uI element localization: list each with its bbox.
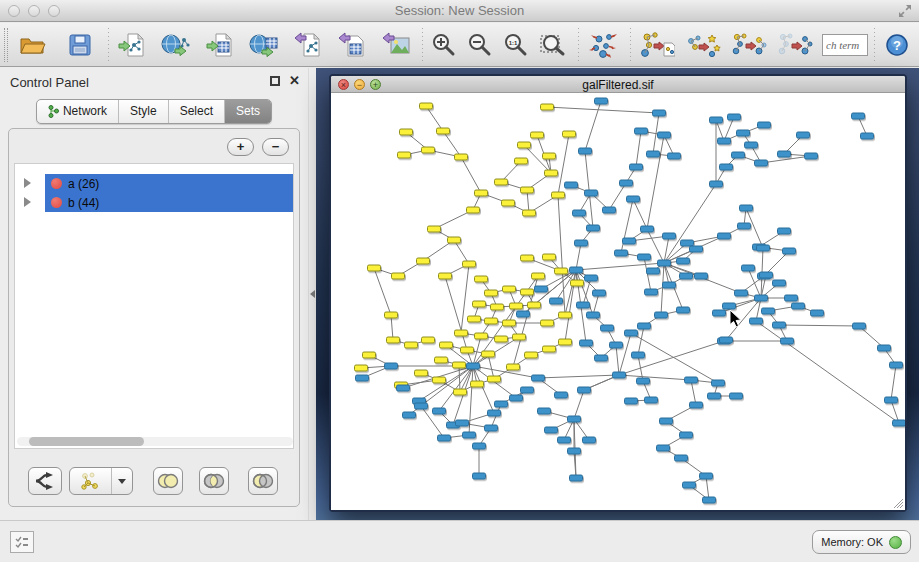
search-input[interactable] [822, 34, 868, 56]
graph-node[interactable] [555, 268, 568, 274]
graph-node[interactable] [647, 151, 660, 157]
graph-node[interactable] [755, 295, 768, 301]
graph-node[interactable] [491, 304, 504, 310]
create-set-from-network-button[interactable] [69, 467, 133, 495]
split-sets-button[interactable] [28, 467, 62, 495]
graph-node[interactable] [535, 286, 548, 292]
graph-node[interactable] [680, 432, 693, 438]
graph-node[interactable] [690, 402, 703, 408]
graph-node[interactable] [495, 179, 508, 185]
dropdown-arrow[interactable] [111, 468, 131, 494]
graph-node[interactable] [531, 132, 544, 138]
graph-node[interactable] [455, 330, 468, 336]
graph-node[interactable] [510, 303, 523, 309]
graph-node[interactable] [448, 237, 461, 243]
graph-node[interactable] [521, 255, 534, 261]
graph-node[interactable] [755, 160, 768, 166]
save-session-button[interactable] [62, 26, 98, 64]
graph-node[interactable] [475, 276, 488, 282]
import-table-web-button[interactable] [246, 26, 282, 64]
graph-node[interactable] [625, 330, 638, 336]
graph-node[interactable] [392, 273, 405, 279]
graph-node[interactable] [471, 381, 484, 387]
graph-node[interactable] [453, 362, 466, 368]
graph-node[interactable] [568, 416, 581, 422]
graph-node[interactable] [422, 147, 435, 153]
graph-node[interactable] [703, 497, 716, 503]
graph-node[interactable] [577, 302, 590, 308]
graph-node[interactable] [405, 342, 418, 348]
graph-node[interactable] [792, 303, 805, 309]
export-network-button[interactable] [290, 26, 326, 64]
graph-node[interactable] [781, 338, 794, 344]
graph-node[interactable] [575, 240, 588, 246]
graph-node[interactable] [690, 246, 703, 252]
apply-layout-button[interactable] [584, 26, 624, 64]
tab-network[interactable]: Network [37, 100, 119, 123]
graph-node[interactable] [555, 392, 568, 398]
graph-node[interactable] [708, 393, 721, 399]
graph-node[interactable] [732, 152, 745, 158]
graph-node[interactable] [757, 245, 770, 251]
graph-node[interactable] [718, 138, 731, 144]
toolbar-drag-handle[interactable] [4, 28, 8, 62]
graph-node[interactable] [543, 153, 556, 159]
graph-node[interactable] [811, 310, 824, 316]
graph-node[interactable] [438, 435, 451, 441]
graph-node[interactable] [657, 445, 670, 451]
graph-node[interactable] [663, 233, 676, 239]
graph-node[interactable] [730, 393, 743, 399]
graph-node[interactable] [568, 448, 581, 454]
window-titlebar[interactable]: Session: New Session [0, 0, 919, 22]
tab-sets[interactable]: Sets [225, 100, 271, 123]
graph-node[interactable] [737, 130, 750, 136]
graph-node[interactable] [473, 443, 486, 449]
graph-node[interactable] [893, 420, 906, 426]
graph-node[interactable] [627, 196, 640, 202]
graph-node[interactable] [488, 376, 501, 382]
graph-node[interactable] [398, 152, 411, 158]
graph-node[interactable] [623, 238, 636, 244]
graph-node[interactable] [783, 248, 796, 254]
graph-node[interactable] [415, 370, 428, 376]
graph-node[interactable] [513, 334, 526, 340]
graph-node[interactable] [456, 420, 469, 426]
graph-node[interactable] [595, 355, 608, 361]
hide-selected-button[interactable] [636, 26, 678, 64]
graph-node[interactable] [422, 337, 435, 343]
graph-node[interactable] [700, 473, 713, 479]
graph-node[interactable] [660, 418, 673, 424]
graph-node[interactable] [559, 312, 572, 318]
graph-node[interactable] [632, 352, 645, 358]
zoom-actual-button[interactable]: 1:1 [500, 26, 532, 64]
float-panel-icon[interactable] [270, 76, 280, 86]
graph-node[interactable] [630, 164, 643, 170]
graph-node[interactable] [515, 158, 528, 164]
disclosure-triangle-icon[interactable] [24, 178, 31, 188]
graph-node[interactable] [595, 98, 608, 104]
graph-node[interactable] [461, 347, 474, 353]
graph-node[interactable] [467, 363, 480, 369]
graph-node[interactable] [510, 395, 523, 401]
graph-node[interactable] [417, 258, 430, 264]
graph-node[interactable] [541, 104, 554, 110]
graph-node[interactable] [852, 113, 865, 119]
graph-node[interactable] [587, 312, 600, 318]
graph-node[interactable] [710, 117, 723, 123]
graph-node[interactable] [655, 312, 668, 318]
graph-node[interactable] [538, 408, 551, 414]
fullscreen-icon[interactable] [897, 3, 913, 19]
graph-node[interactable] [503, 286, 516, 292]
import-table-file-button[interactable] [202, 26, 238, 64]
disclosure-triangle-icon[interactable] [24, 197, 31, 207]
graph-node[interactable] [528, 302, 541, 308]
graph-node[interactable] [738, 223, 751, 229]
graph-node[interactable] [355, 365, 368, 371]
graph-node[interactable] [473, 473, 486, 479]
graph-node[interactable] [563, 131, 576, 137]
graph-node[interactable] [397, 385, 410, 391]
graph-node[interactable] [601, 325, 614, 331]
graph-node[interactable] [685, 377, 698, 383]
graph-node[interactable] [468, 316, 481, 322]
graph-node[interactable] [570, 475, 583, 481]
